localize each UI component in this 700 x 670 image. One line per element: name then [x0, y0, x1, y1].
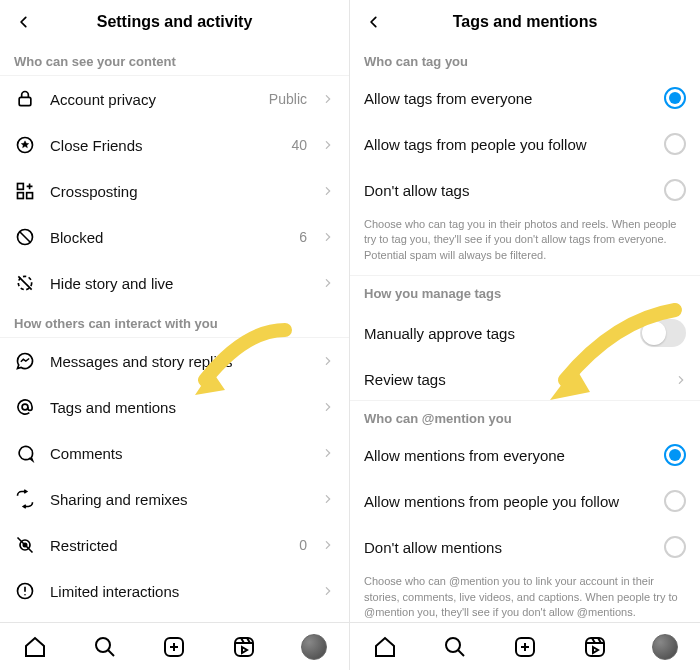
section-who-can-tag: Who can tag you [350, 44, 700, 75]
header: Settings and activity [0, 0, 349, 44]
at-icon [14, 396, 36, 418]
row-label: Close Friends [50, 137, 277, 154]
back-button[interactable] [10, 8, 38, 36]
tab-create[interactable] [161, 634, 187, 660]
section-who-can-see: Who can see your content [0, 44, 349, 76]
messenger-icon [14, 350, 36, 372]
section-manage-tags: How you manage tags [350, 276, 700, 307]
section-who-can-mention: Who can @mention you [350, 401, 700, 432]
header: Tags and mentions [350, 0, 700, 44]
chevron-right-icon [321, 230, 335, 244]
svg-point-7 [22, 404, 28, 410]
radio-label: Allow mentions from people you follow [364, 493, 654, 510]
grid-add-icon [14, 180, 36, 202]
hide-story-icon [14, 272, 36, 294]
tab-home[interactable] [372, 634, 398, 660]
chevron-right-icon [676, 375, 686, 385]
avatar-icon [301, 634, 327, 660]
svg-rect-3 [18, 193, 24, 199]
chevron-right-icon [321, 584, 335, 598]
tab-profile[interactable] [652, 634, 678, 660]
row-value: Public [269, 91, 307, 107]
row-blocked[interactable]: Blocked 6 [0, 214, 349, 260]
radio-label: Allow mentions from everyone [364, 447, 654, 464]
chevron-right-icon [321, 446, 335, 460]
tab-home[interactable] [22, 634, 48, 660]
row-sharing[interactable]: Sharing and remixes [0, 476, 349, 522]
tab-search[interactable] [92, 634, 118, 660]
back-button[interactable] [360, 8, 388, 36]
radio-icon [664, 179, 686, 201]
row-value: 40 [291, 137, 307, 153]
tab-create[interactable] [512, 634, 538, 660]
row-label: Blocked [50, 229, 285, 246]
radio-label: Don't allow tags [364, 182, 654, 199]
tab-search[interactable] [442, 634, 468, 660]
svg-point-15 [446, 638, 460, 652]
chevron-right-icon [321, 138, 335, 152]
radio-icon [664, 133, 686, 155]
row-review-tags[interactable]: Review tags [350, 359, 700, 401]
chevron-right-icon [321, 400, 335, 414]
radio-label: Don't allow mentions [364, 539, 654, 556]
row-crossposting[interactable]: Crossposting [0, 168, 349, 214]
row-comments[interactable]: Comments [0, 430, 349, 476]
chevron-right-icon [321, 276, 335, 290]
row-label: Tags and mentions [50, 399, 307, 416]
row-manually-approve[interactable]: Manually approve tags [350, 307, 700, 359]
svg-rect-0 [19, 97, 31, 105]
row-label: Limited interactions [50, 583, 307, 600]
tags-mentions-pane: Tags and mentions Who can tag you Allow … [350, 0, 700, 670]
star-circle-icon [14, 134, 36, 156]
page-title: Tags and mentions [388, 13, 662, 31]
tab-bar [0, 622, 349, 670]
restricted-icon [14, 534, 36, 556]
row-account-privacy[interactable]: Account privacy Public [0, 76, 349, 122]
tab-reels[interactable] [582, 634, 608, 660]
svg-point-11 [24, 594, 26, 596]
chevron-right-icon [321, 354, 335, 368]
radio-icon [664, 87, 686, 109]
chevron-right-icon [321, 538, 335, 552]
row-label: Review tags [364, 371, 666, 388]
chevron-right-icon [321, 92, 335, 106]
svg-point-12 [96, 638, 110, 652]
comment-icon [14, 442, 36, 464]
row-value: 6 [299, 229, 307, 245]
lock-icon [14, 88, 36, 110]
row-label: Crossposting [50, 183, 307, 200]
row-label: Hide story and live [50, 275, 307, 292]
opt-tags-everyone[interactable]: Allow tags from everyone [350, 75, 700, 121]
opt-tags-following[interactable]: Allow tags from people you follow [350, 121, 700, 167]
svg-rect-4 [27, 193, 33, 199]
radio-label: Allow tags from people you follow [364, 136, 654, 153]
block-icon [14, 226, 36, 248]
row-close-friends[interactable]: Close Friends 40 [0, 122, 349, 168]
opt-mentions-none[interactable]: Don't allow mentions [350, 524, 700, 570]
row-label: Manually approve tags [364, 325, 630, 342]
tab-profile[interactable] [301, 634, 327, 660]
radio-icon [664, 490, 686, 512]
row-limited[interactable]: Limited interactions [0, 568, 349, 614]
remix-icon [14, 488, 36, 510]
page-title: Settings and activity [38, 13, 311, 31]
opt-mentions-following[interactable]: Allow mentions from people you follow [350, 478, 700, 524]
radio-icon [664, 444, 686, 466]
chevron-right-icon [321, 184, 335, 198]
row-tags-mentions[interactable]: Tags and mentions [0, 384, 349, 430]
tab-bar [350, 622, 700, 670]
svg-rect-2 [18, 184, 24, 190]
tab-reels[interactable] [231, 634, 257, 660]
row-restricted[interactable]: Restricted 0 [0, 522, 349, 568]
row-messages[interactable]: Messages and story replies [0, 338, 349, 384]
chevron-left-icon [367, 15, 381, 29]
opt-mentions-everyone[interactable]: Allow mentions from everyone [350, 432, 700, 478]
row-label: Sharing and remixes [50, 491, 307, 508]
help-text-tags: Choose who can tag you in their photos a… [350, 213, 700, 276]
avatar-icon [652, 634, 678, 660]
radio-label: Allow tags from everyone [364, 90, 654, 107]
alert-icon [14, 580, 36, 602]
toggle-icon[interactable] [640, 319, 686, 347]
opt-tags-none[interactable]: Don't allow tags [350, 167, 700, 213]
row-hide-story[interactable]: Hide story and live [0, 260, 349, 306]
